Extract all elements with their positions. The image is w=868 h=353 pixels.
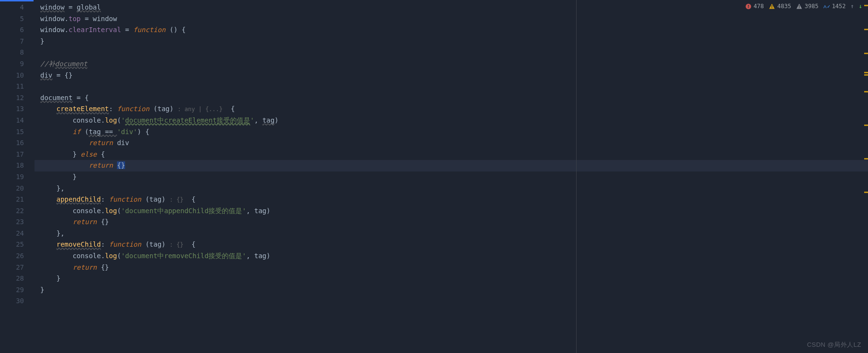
code-token: window: [93, 15, 117, 23]
code-line[interactable]: document = {: [35, 92, 868, 104]
line-number[interactable]: 6: [0, 24, 35, 36]
code-token: }: [40, 286, 44, 294]
spellcheck-icon: A✓: [823, 3, 830, 10]
code-token: .: [101, 207, 104, 215]
code-token: [40, 240, 57, 248]
code-token: [40, 252, 72, 260]
code-line[interactable]: if (tag == 'div') {: [35, 126, 868, 138]
line-number[interactable]: 4: [0, 2, 35, 13]
svg-rect-1: [748, 5, 749, 7]
code-token: (: [117, 207, 121, 215]
code-line[interactable]: [35, 47, 868, 58]
line-number[interactable]: 29: [0, 285, 35, 296]
line-number-gutter[interactable]: 4567891011121314151617181920212223242526…: [0, 0, 35, 353]
code-line[interactable]: removeChild: function (tag) : {} {: [35, 239, 868, 251]
warning-mark[interactable]: [864, 5, 868, 6]
errors-indicator[interactable]: 478: [745, 3, 764, 10]
weak-warnings-count: 3985: [805, 3, 819, 10]
code-line[interactable]: //补document: [35, 58, 868, 70]
line-number[interactable]: 8: [0, 47, 35, 58]
code-line[interactable]: },: [35, 228, 868, 239]
line-number[interactable]: 27: [0, 262, 35, 273]
code-token: function: [117, 105, 149, 113]
code-token: window: [40, 26, 65, 34]
code-token: (: [141, 240, 150, 248]
line-number[interactable]: 26: [0, 251, 35, 262]
code-token: log: [105, 116, 117, 124]
error-stripe[interactable]: [862, 0, 868, 353]
line-number[interactable]: 9: [0, 58, 35, 70]
code-token: :: [101, 195, 109, 203]
code-line[interactable]: appendChild: function (tag) : {} {: [35, 194, 868, 205]
line-number[interactable]: 11: [0, 81, 35, 92]
prev-highlight-arrow[interactable]: ↑: [851, 3, 854, 10]
line-number[interactable]: 5: [0, 13, 35, 25]
code-token: removeChild: [57, 240, 101, 248]
next-highlight-arrow[interactable]: ↓: [859, 3, 862, 10]
line-number[interactable]: 16: [0, 137, 35, 149]
warnings-indicator[interactable]: 4835: [769, 3, 791, 10]
code-token: document: [55, 60, 87, 68]
line-number[interactable]: 19: [0, 171, 35, 183]
svg-rect-6: [799, 7, 800, 8]
code-line[interactable]: } else {: [35, 149, 868, 160]
line-number[interactable]: 7: [0, 36, 35, 47]
warning-mark[interactable]: [864, 91, 868, 92]
line-number[interactable]: 21: [0, 194, 35, 205]
line-number[interactable]: 17: [0, 149, 35, 160]
code-line[interactable]: console.log('document中removeChild接受的值是',…: [35, 251, 868, 262]
line-number[interactable]: 13: [0, 103, 35, 115]
warning-mark[interactable]: [864, 125, 868, 126]
code-token: [40, 195, 57, 203]
code-line[interactable]: }: [35, 273, 868, 285]
code-line[interactable]: window = global: [35, 2, 868, 13]
code-token: return: [72, 263, 97, 271]
code-line[interactable]: }: [35, 36, 868, 47]
code-token: function: [133, 26, 165, 34]
warning-mark[interactable]: [864, 29, 868, 30]
code-line[interactable]: window.clearInterval = function () {: [35, 24, 868, 36]
code-line[interactable]: }: [35, 171, 868, 183]
typos-indicator[interactable]: A✓ 1452: [823, 3, 846, 10]
warning-mark[interactable]: [864, 192, 868, 193]
code-line[interactable]: window.top = window: [35, 13, 868, 25]
line-number[interactable]: 30: [0, 296, 35, 307]
code-line[interactable]: [35, 296, 868, 307]
code-line[interactable]: [35, 81, 868, 92]
line-number[interactable]: 28: [0, 273, 35, 285]
weak-warnings-indicator[interactable]: 3985: [796, 3, 819, 10]
code-line[interactable]: return div: [35, 137, 868, 149]
line-number[interactable]: 22: [0, 205, 35, 217]
code-token: : any | {...}: [178, 106, 223, 113]
line-number[interactable]: 23: [0, 216, 35, 228]
line-number[interactable]: 24: [0, 228, 35, 239]
code-line[interactable]: console.log('document中createElement接受的值是…: [35, 115, 868, 126]
warning-mark[interactable]: [864, 53, 868, 54]
line-number[interactable]: 25: [0, 239, 35, 251]
warning-mark[interactable]: [864, 158, 868, 159]
line-number[interactable]: 18: [0, 160, 35, 171]
code-line[interactable]: return {}: [35, 262, 868, 273]
line-number[interactable]: 10: [0, 70, 35, 81]
code-token: , tag): [246, 252, 271, 260]
line-number[interactable]: 12: [0, 92, 35, 104]
code-line[interactable]: return {}: [35, 216, 868, 228]
code-line[interactable]: },: [35, 183, 868, 194]
code-token: log: [105, 207, 117, 215]
line-number[interactable]: 20: [0, 183, 35, 194]
code-line[interactable]: div = {}: [35, 70, 868, 81]
progress-bar: [0, 0, 34, 1]
code-area[interactable]: window = globalwindow.top = windowwindow…: [35, 0, 868, 353]
code-line[interactable]: console.log('document中appendChild接受的值是',…: [35, 205, 868, 217]
code-token: }: [40, 274, 60, 282]
warnings-count: 4835: [777, 3, 791, 10]
code-token: function: [109, 195, 141, 203]
warning-mark[interactable]: [864, 74, 868, 76]
line-number[interactable]: 15: [0, 126, 35, 138]
warning-mark[interactable]: [864, 72, 868, 73]
code-token: console: [72, 116, 101, 124]
code-line[interactable]: createElement: function (tag) : any | {.…: [35, 103, 868, 115]
code-line[interactable]: }: [35, 285, 868, 296]
line-number[interactable]: 14: [0, 115, 35, 126]
code-line[interactable]: return {}: [35, 160, 868, 171]
